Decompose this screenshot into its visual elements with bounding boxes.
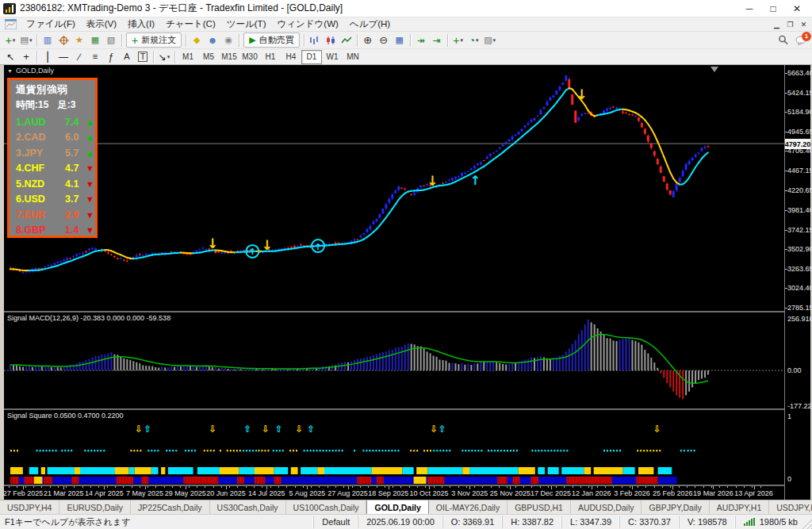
menu-item-charts[interactable]: チャート(C): [160, 17, 221, 31]
strength-value: 2.9: [65, 209, 84, 220]
shapes-dropdown-caret[interactable]: ▾: [167, 54, 170, 60]
strategy-tester-button[interactable]: ▧: [103, 33, 119, 48]
navigator-button[interactable]: ★: [71, 33, 87, 48]
time-axis-label: 3 Feb 2026: [614, 489, 650, 497]
data-window-button[interactable]: [56, 33, 71, 48]
chart-tab-eurusd-daily[interactable]: EURUSD,Daily: [59, 500, 131, 514]
timeframe-w1-button[interactable]: W1: [322, 50, 343, 64]
strength-value: 3.7: [65, 194, 84, 205]
minimize-button[interactable]: ─: [737, 1, 761, 17]
chart-candles-button[interactable]: [323, 33, 339, 48]
text-button[interactable]: A: [119, 49, 135, 64]
indicators-button[interactable]: +▾: [450, 33, 466, 48]
strength-row-eur: 7.EUR2.9▼: [16, 207, 95, 223]
indicators-dropdown-caret[interactable]: ▾: [460, 37, 463, 44]
menu-item-view[interactable]: 表示(V): [81, 17, 122, 31]
new-chart-button[interactable]: +▾: [2, 33, 18, 48]
notifications-button[interactable]: 1: [792, 33, 810, 48]
fibonacci-button[interactable]: ƒ: [103, 49, 119, 64]
crosshair-button[interactable]: +: [18, 49, 34, 64]
close-button[interactable]: ✕: [785, 1, 809, 17]
timeframe-h1-button[interactable]: H1: [260, 50, 281, 64]
auto-scroll-icon: ↠: [417, 36, 425, 45]
chart-tab-us30cash-daily[interactable]: US30Cash,Daily: [210, 500, 286, 514]
strength-currency: 4.CHF: [16, 163, 65, 174]
auto-scroll-button[interactable]: ↠: [413, 33, 429, 48]
channel-button[interactable]: ≡: [87, 49, 103, 64]
templates-button[interactable]: ▨▾: [482, 33, 498, 48]
metaeditor-icon: ◆: [193, 36, 200, 44]
menu-item-window[interactable]: ウィンドウ(W): [271, 17, 343, 31]
zoom-in-button[interactable]: ⊕: [360, 33, 376, 48]
timeframe-h4-button[interactable]: H4: [281, 50, 301, 64]
child-close-button[interactable]: ✕: [797, 19, 810, 30]
cursor-button[interactable]: ↖: [2, 49, 18, 64]
community-button[interactable]: ☻: [205, 33, 220, 48]
chart-tab-audusd-daily[interactable]: AUDUSD,Daily: [571, 500, 642, 514]
timeframe-m30-button[interactable]: M30: [239, 50, 260, 64]
time-minor-tick: [295, 486, 296, 488]
crosshair-icon: +: [23, 52, 29, 62]
profiles-button[interactable]: ▤▾: [18, 33, 34, 48]
menu-item-file[interactable]: ファイル(F): [21, 17, 81, 31]
status-profile[interactable]: Default: [313, 516, 358, 528]
menu-item-help[interactable]: ヘルプ(H): [344, 17, 396, 31]
market-watch-button[interactable]: ▥: [40, 33, 56, 48]
shapes-button[interactable]: ↘▾: [156, 49, 172, 64]
time-minor-tick: [58, 486, 59, 488]
chart-tab-jp225cash-daily[interactable]: JP225Cash,Daily: [131, 500, 210, 514]
vertical-line-button[interactable]: ⎮: [40, 49, 56, 64]
search-button[interactable]: [775, 33, 792, 48]
horizontal-line-button[interactable]: —: [56, 49, 71, 64]
chart-tab-gbpjpy-daily[interactable]: GBPJPY,Daily: [642, 500, 709, 514]
child-minimize-button[interactable]: ▁: [770, 19, 783, 30]
tile-windows-button[interactable]: ▦: [392, 33, 408, 48]
chart-bars-button[interactable]: [307, 33, 323, 48]
new-chart-dropdown-caret[interactable]: ▾: [13, 37, 16, 44]
chart-tab-oil-may26-daily[interactable]: OIL-MAY26,Daily: [429, 500, 508, 514]
child-restore-button[interactable]: ❐: [783, 19, 797, 30]
chart-line-button[interactable]: [339, 33, 354, 48]
price-axis[interactable]: 5663.405424.155184.904945.654706.404467.…: [784, 65, 810, 500]
time-minor-tick: [237, 486, 238, 488]
panel-separator[interactable]: [4, 311, 784, 312]
timeframe-m1-button[interactable]: M1: [178, 50, 198, 64]
chart-shift-button[interactable]: ⇥: [429, 33, 445, 48]
zoom-out-button[interactable]: ⊖: [376, 33, 392, 48]
time-minor-tick: [132, 486, 132, 488]
panel-separator[interactable]: [4, 408, 784, 410]
label-button[interactable]: T: [135, 49, 151, 64]
chart-tab-us100cash-daily[interactable]: US100Cash,Daily: [286, 500, 367, 514]
chart-tab-audjpy-h1[interactable]: AUDJPY,H1: [710, 500, 769, 514]
news-button[interactable]: ◉: [220, 33, 236, 48]
menu-item-tools[interactable]: ツール(T): [221, 17, 272, 31]
periods-dropdown-caret[interactable]: ▾: [476, 37, 479, 44]
templates-dropdown-caret[interactable]: ▾: [493, 37, 496, 44]
chart-tab-usdjpy-h4[interactable]: USDJPY,H4: [0, 500, 59, 514]
chart-symbol-label[interactable]: ▼ GOLD,Daily: [7, 67, 54, 75]
terminal-button[interactable]: ▦: [87, 33, 103, 48]
metaeditor-button[interactable]: ◆: [189, 33, 205, 48]
main-price-chart[interactable]: ↓↓↓↓↑↑↑: [4, 65, 784, 311]
chart-tab-usdjpy-h1[interactable]: USDJPY,H1: [769, 500, 812, 514]
timeframe-m5-button[interactable]: M5: [198, 50, 219, 64]
maximize-button[interactable]: □: [761, 1, 785, 17]
profiles-dropdown-caret[interactable]: ▾: [29, 37, 33, 44]
time-axis[interactable]: 27 Feb 202521 Mar 202514 Apr 20257 May 2…: [4, 486, 784, 500]
chart-window[interactable]: ↓↓↓↓↑↑↑ ⇩⇩⇩⇩⇩⇩⇧⇧⇧⇧⇧ ▼ GOLD,Daily 通貨別強弱 時…: [0, 65, 812, 500]
macd-indicator-panel[interactable]: [4, 312, 784, 408]
timeframe-d1-button[interactable]: D1: [301, 50, 322, 64]
chart-tab-gbpusd-h1[interactable]: GBPUSD,H1: [508, 500, 571, 514]
trendline-button[interactable]: ∕: [71, 49, 87, 64]
time-minor-tick: [229, 486, 230, 488]
auto-trading-button[interactable]: ▶自動売買: [243, 33, 299, 48]
buy-signal-arrow: ↑: [469, 173, 480, 188]
timeframe-mn-button[interactable]: MN: [343, 50, 363, 64]
new-order-button[interactable]: +新規注文: [126, 33, 182, 48]
chart-tab-gold-daily[interactable]: GOLD,Daily: [366, 500, 428, 514]
strength-currency: 5.NZD: [16, 178, 65, 190]
signal-square-panel[interactable]: ⇩⇩⇩⇩⇩⇩⇧⇧⇧⇧⇧: [4, 410, 784, 485]
periods-button[interactable]: ◔▾: [466, 33, 482, 48]
timeframe-m15-button[interactable]: M15: [219, 50, 239, 64]
menu-item-insert[interactable]: 挿入(I): [122, 17, 160, 31]
